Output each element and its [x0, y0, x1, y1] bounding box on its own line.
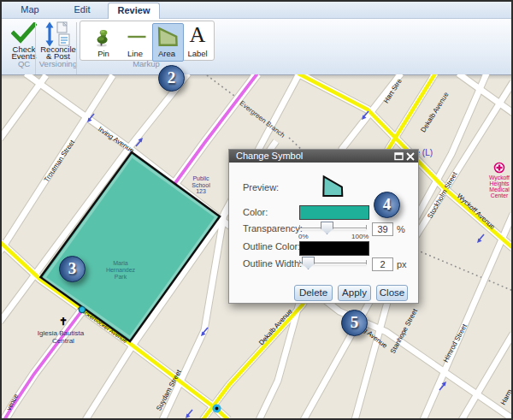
svg-text:Public: Public	[192, 175, 209, 181]
svg-text:Medical: Medical	[489, 186, 510, 192]
svg-text:Hernandez: Hernandez	[106, 267, 136, 273]
svg-text:Center: Center	[491, 192, 509, 198]
svg-text:123: 123	[196, 188, 206, 194]
svg-text:Park: Park	[115, 274, 127, 280]
svg-text:Iglesia Bautista: Iglesia Bautista	[38, 329, 85, 337]
svg-text:Central: Central	[52, 337, 74, 345]
svg-text:Maria: Maria	[113, 260, 128, 266]
svg-text:✝: ✝	[59, 316, 68, 328]
svg-text:School: School	[192, 182, 210, 188]
